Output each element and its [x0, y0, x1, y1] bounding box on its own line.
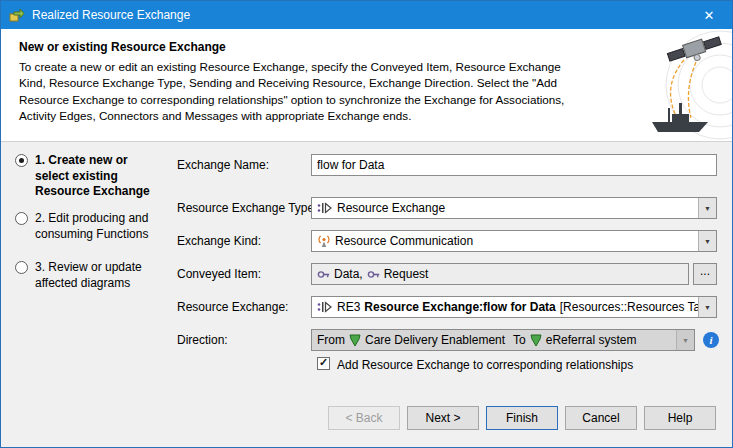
cancel-button[interactable]: Cancel — [565, 406, 637, 430]
conveyed-item-field[interactable]: Data, Request — [311, 263, 689, 285]
step-1-label: 1. Create new or select existing Resourc… — [35, 153, 159, 200]
resource-exchange-combo[interactable]: RE3 Resource Exchange:flow for Data [Res… — [311, 296, 717, 318]
direction-to-label: To — [513, 333, 526, 347]
resource-exchange-dropdown[interactable]: ▼ — [698, 297, 716, 317]
resource-exchange-name: Resource Exchange:flow for Data — [364, 300, 555, 314]
conveyed-item-value-1: Data, — [334, 267, 363, 281]
exchange-kind-value: Resource Communication — [335, 234, 473, 248]
chevron-down-icon: ▼ — [704, 304, 711, 311]
radio-step-3[interactable] — [15, 261, 28, 274]
title-bar: Realized Resource Exchange ✕ — [1, 1, 732, 29]
step-2-edit-functions[interactable]: 2. Edit producing and consuming Function… — [15, 211, 159, 242]
radio-step-1[interactable] — [15, 154, 28, 167]
checkmark-icon: ✓ — [319, 357, 328, 368]
satellite-ship-illustration — [624, 30, 732, 140]
exchange-name-input[interactable] — [311, 154, 717, 176]
conveyed-item-value-2: Request — [384, 267, 429, 281]
conveyed-data-icon — [317, 268, 330, 281]
add-relationships-label: Add Resource Exchange to corresponding r… — [337, 358, 633, 372]
resource-exchange-type-combo[interactable]: Resource Exchange ▼ — [311, 197, 717, 219]
resource-exchange-type-dropdown[interactable]: ▼ — [698, 198, 716, 218]
exchange-kind-label: Exchange Kind: — [177, 234, 261, 248]
app-icon — [9, 7, 25, 23]
resource-exchange-id: RE3 — [337, 300, 360, 314]
close-icon: ✕ — [704, 8, 715, 23]
resource-exchange-label: Resource Exchange: — [177, 300, 288, 314]
radio-step-2[interactable] — [15, 212, 28, 225]
resource-exchange-type-value: Resource Exchange — [337, 201, 445, 215]
resource-exchange-type-label: Resource Exchange Type: — [177, 201, 318, 215]
back-button[interactable]: < Back — [328, 406, 400, 430]
resource-exchange-path: [Resources::Resources Taxonom... — [560, 300, 698, 314]
close-button[interactable]: ✕ — [686, 1, 732, 29]
step-1-create-or-select[interactable]: 1. Create new or select existing Resourc… — [15, 153, 159, 200]
step-2-label: 2. Edit producing and consuming Function… — [35, 211, 159, 242]
button-bar: < Back Next > Finish Cancel Help — [328, 406, 716, 430]
resource-exchange-port-icon — [317, 301, 333, 313]
direction-to-value: eReferral system — [546, 333, 637, 347]
header-description: To create a new or edit an existing Reso… — [19, 59, 579, 125]
conveyed-request-icon — [367, 268, 380, 281]
direction-from-label: From — [317, 333, 345, 347]
help-button[interactable]: Help — [644, 406, 716, 430]
add-relationships-checkbox[interactable]: ✓ — [317, 357, 330, 370]
exchange-name-label: Exchange Name: — [177, 158, 269, 172]
realized-resource-exchange-dialog: Realized Resource Exchange ✕ New or exis… — [0, 0, 733, 448]
chevron-down-icon: ▼ — [682, 337, 689, 344]
conveyed-item-browse-button[interactable]: ... — [693, 263, 717, 285]
chevron-down-icon: ▼ — [704, 238, 711, 245]
next-button[interactable]: Next > — [407, 406, 479, 430]
resource-performer-icon — [530, 334, 542, 347]
direction-field[interactable]: From Care Delivery Enablement To eReferr… — [311, 329, 695, 351]
step-3-review-diagrams[interactable]: 3. Review or update affected diagrams — [15, 260, 159, 291]
info-icon[interactable]: i — [703, 332, 719, 348]
step-3-label: 3. Review or update affected diagrams — [35, 260, 159, 291]
direction-from-value: Care Delivery Enablement — [365, 333, 505, 347]
resource-communication-icon — [317, 234, 331, 248]
conveyed-item-label: Conveyed Item: — [177, 267, 261, 281]
window-title: Realized Resource Exchange — [32, 8, 190, 22]
header-title: New or existing Resource Exchange — [19, 40, 226, 54]
resource-performer-icon — [349, 334, 361, 347]
direction-label: Direction: — [177, 333, 228, 347]
direction-dropdown-disabled: ▼ — [676, 330, 694, 350]
finish-button[interactable]: Finish — [486, 406, 558, 430]
chevron-down-icon: ▼ — [704, 205, 711, 212]
wizard-header: New or existing Resource Exchange To cre… — [1, 29, 733, 142]
resource-exchange-port-icon — [317, 202, 333, 214]
exchange-kind-combo[interactable]: Resource Communication ▼ — [311, 230, 717, 252]
exchange-kind-dropdown[interactable]: ▼ — [698, 231, 716, 251]
